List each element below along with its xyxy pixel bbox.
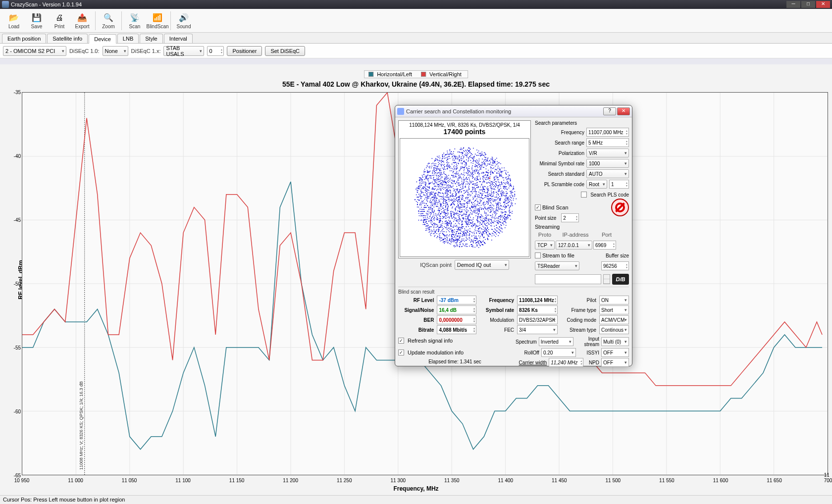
pls-mode-combo[interactable]: Root (586, 180, 607, 189)
pls-value-input[interactable]: 1 (609, 180, 629, 189)
pilot-combo[interactable]: ON (599, 296, 629, 304)
stop-button[interactable] (611, 199, 629, 216)
tab-lnb[interactable]: LNB (117, 34, 139, 43)
mod-combo[interactable]: DVBS2/32APSK (517, 315, 558, 324)
diseqc10-combo[interactable]: None (103, 46, 128, 56)
minimize-button[interactable]: ─ (786, 1, 800, 8)
spectrum-combo[interactable]: Inverted (539, 337, 573, 346)
dialog-titlebar[interactable]: Carrier search and Constellation monitor… (395, 105, 632, 117)
pointsize-input[interactable]: 2 (561, 213, 579, 222)
blindscan-checkbox[interactable]: ✓ (535, 204, 541, 210)
polarization-combo[interactable]: V/R (586, 149, 629, 157)
rolloff-combo[interactable]: 0.20 (541, 348, 576, 357)
device-combo[interactable]: 2 - OMICOM S2 PCI (3, 46, 66, 56)
updmod-checkbox[interactable]: ✓ (398, 350, 404, 355)
svg-rect-692 (495, 201, 496, 202)
codmode-combo[interactable]: ACM/VCM (599, 315, 629, 324)
svg-rect-2023 (485, 175, 486, 176)
svg-rect-2899 (416, 195, 417, 196)
tab-device[interactable]: Device (89, 34, 116, 44)
set-diseqc-button[interactable]: Set DiSEqC (265, 46, 305, 56)
save-button[interactable]: 💾Save (26, 10, 48, 32)
sr-value[interactable]: 8326 Ks (517, 305, 558, 314)
sn-value[interactable]: 16,4 dB (437, 305, 476, 314)
bufsize-input[interactable]: 96256 (601, 261, 629, 270)
export-button[interactable]: 📤Export (71, 10, 93, 32)
ip-combo[interactable]: 127.0.0.1 (556, 241, 592, 250)
svg-rect-2202 (480, 241, 481, 242)
freq-value[interactable]: 11008,124 MHz (517, 296, 558, 304)
svg-rect-1152 (510, 191, 511, 192)
load-button[interactable]: 📂Load (3, 10, 25, 32)
fec-combo[interactable]: 3/4 (517, 325, 558, 334)
svg-rect-1879 (499, 182, 500, 183)
diseqc1x-combo[interactable]: STAB USALS (163, 46, 204, 56)
svg-rect-2414 (466, 222, 467, 223)
svg-rect-219 (492, 185, 493, 186)
svg-rect-1970 (434, 197, 435, 198)
position-number[interactable]: 0 (207, 46, 224, 56)
frametype-combo[interactable]: Short (599, 305, 629, 314)
tab-interval[interactable]: Interval (164, 34, 193, 43)
svg-rect-544 (502, 220, 503, 221)
svg-rect-1834 (491, 211, 492, 212)
close-button[interactable]: ✕ (816, 1, 830, 8)
zoom-button[interactable]: 🔍Zoom (98, 10, 119, 32)
svg-rect-1024 (437, 166, 438, 167)
svg-rect-1092 (473, 188, 474, 189)
svg-rect-2659 (419, 200, 420, 201)
svg-rect-60 (425, 219, 426, 220)
svg-rect-3009 (486, 182, 487, 183)
bitrate-value[interactable]: 4,088 Mbit/s (437, 325, 476, 334)
svg-rect-2297 (452, 168, 453, 169)
reader-combo[interactable]: TSReader (535, 261, 579, 270)
print-button[interactable]: 🖨Print (49, 10, 70, 32)
issyi-combo[interactable]: OFF (601, 348, 629, 357)
npd-combo[interactable]: OFF (601, 358, 629, 367)
svg-rect-2789 (427, 172, 428, 173)
stream-to-file-checkbox[interactable] (535, 252, 541, 258)
blindscan-button[interactable]: 📶BlindScan (147, 10, 168, 32)
proto-combo[interactable]: TCP (535, 241, 555, 250)
dialog-help-button[interactable]: ? (603, 107, 616, 115)
svg-rect-1867 (510, 205, 511, 206)
standard-combo[interactable]: AUTO (586, 169, 629, 178)
dialog-close-button[interactable]: ✕ (617, 107, 630, 115)
svg-rect-1375 (485, 220, 486, 221)
svg-rect-2954 (445, 169, 446, 170)
svg-rect-2825 (460, 237, 461, 238)
positioner-button[interactable]: Positioner (227, 46, 262, 56)
range-input[interactable]: 5 MHz (586, 138, 629, 147)
maximize-button[interactable]: □ (801, 1, 815, 8)
svg-rect-25 (459, 200, 460, 201)
sound-button[interactable]: 🔊Sound (173, 10, 195, 32)
svg-rect-250 (447, 215, 448, 216)
scan-button[interactable]: 📡Scan (124, 10, 146, 32)
minsr-combo[interactable]: 1000 (586, 159, 629, 168)
svg-rect-674 (443, 228, 444, 229)
refresh-checkbox[interactable]: ✓ (398, 338, 404, 344)
svg-rect-2941 (468, 168, 469, 169)
svg-rect-916 (475, 226, 476, 227)
port-input[interactable]: 6969 (593, 241, 616, 250)
svg-rect-2734 (482, 182, 483, 183)
tab-style[interactable]: Style (140, 34, 162, 43)
x-tick: 11 450 (552, 478, 567, 483)
search-pls-checkbox[interactable] (581, 192, 587, 198)
carrierw-value[interactable]: 11,240 MHz (549, 358, 583, 367)
svg-rect-976 (464, 234, 465, 235)
svg-rect-2199 (486, 218, 487, 219)
streamtype-combo[interactable]: Continous (599, 325, 629, 334)
iqscan-combo[interactable]: Demod IQ out (455, 260, 509, 270)
tab-earth-position[interactable]: Earth position (2, 34, 46, 43)
svg-rect-1779 (483, 180, 484, 181)
tab-satellite-info[interactable]: Satellite info (47, 34, 88, 43)
inputstream-combo[interactable]: Multi (0) (601, 337, 629, 346)
svg-rect-2748 (491, 207, 492, 208)
svg-rect-2572 (477, 238, 478, 239)
ber-value[interactable]: 0,0000000 (437, 315, 476, 324)
svg-rect-1382 (507, 203, 507, 204)
svg-rect-961 (504, 209, 505, 210)
rflevel-value[interactable]: -37 dBm (437, 296, 476, 304)
frequency-input[interactable]: 11007,000 MHz (586, 128, 629, 137)
